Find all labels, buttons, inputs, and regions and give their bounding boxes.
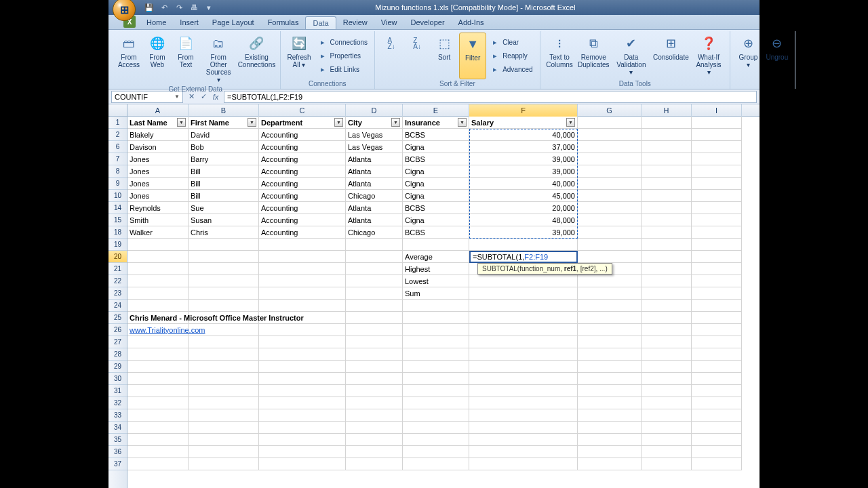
filter-dropdown-icon[interactable]: ▼ — [566, 118, 575, 127]
cell[interactable] — [127, 397, 189, 409]
tab-review[interactable]: Review — [336, 16, 374, 29]
cell[interactable] — [578, 165, 642, 178]
cell[interactable]: Chris — [189, 226, 259, 239]
cell[interactable] — [578, 397, 642, 409]
cell[interactable]: Lowest — [403, 275, 469, 287]
cell[interactable] — [346, 300, 403, 312]
cell[interactable] — [642, 190, 692, 202]
cell[interactable]: BCBS — [403, 153, 469, 165]
cell[interactable] — [642, 251, 692, 263]
cell[interactable] — [469, 324, 578, 336]
cell[interactable] — [642, 287, 692, 300]
row-header-31[interactable]: 31 — [108, 385, 127, 397]
col-header-B[interactable]: B — [189, 104, 259, 117]
from-access-button[interactable]: 🗃FromAccess — [115, 33, 142, 85]
cell[interactable] — [578, 409, 642, 422]
cell[interactable] — [692, 275, 742, 287]
cell[interactable]: Las Vegas — [346, 141, 403, 153]
cell[interactable] — [189, 287, 259, 300]
cell[interactable] — [692, 373, 742, 385]
cell[interactable] — [578, 153, 642, 165]
cell[interactable] — [578, 422, 642, 434]
advanced-button[interactable]: ▸Advanced — [488, 63, 535, 77]
cell[interactable]: Accounting — [259, 226, 346, 239]
cell[interactable] — [578, 117, 642, 129]
cell[interactable] — [642, 373, 692, 385]
cell[interactable] — [692, 263, 742, 275]
cell[interactable] — [127, 300, 189, 312]
cell[interactable] — [578, 446, 642, 458]
cell[interactable] — [127, 251, 189, 263]
cell[interactable]: Insurance▼ — [403, 117, 469, 129]
cell[interactable]: Chicago — [346, 226, 403, 239]
cell[interactable]: Davison — [127, 141, 189, 153]
cell[interactable]: Atlanta — [346, 214, 403, 226]
sort-asc-button[interactable]: AZ↓A↓Z — [379, 33, 403, 79]
cell[interactable] — [642, 214, 692, 226]
cell[interactable] — [692, 239, 742, 251]
cell[interactable] — [642, 202, 692, 214]
cell[interactable] — [578, 190, 642, 202]
cell[interactable] — [346, 336, 403, 348]
cell[interactable] — [578, 239, 642, 251]
row-header-26[interactable]: 26 — [108, 324, 127, 336]
row-header-25[interactable]: 25 — [108, 312, 127, 324]
cell[interactable] — [692, 190, 742, 202]
cell[interactable] — [642, 348, 692, 361]
cell[interactable]: Jones — [127, 153, 189, 165]
tab-developer[interactable]: Developer — [403, 16, 451, 29]
cell[interactable] — [692, 409, 742, 422]
from-web-button[interactable]: 🌐FromWeb — [144, 33, 171, 85]
print-icon[interactable]: 🖶 — [189, 2, 199, 13]
filter-dropdown-icon[interactable]: ▼ — [458, 118, 467, 127]
cell[interactable] — [259, 422, 346, 434]
cell[interactable]: 48,000 — [469, 214, 578, 226]
cell[interactable] — [578, 336, 642, 348]
cell[interactable] — [642, 458, 692, 470]
cell[interactable]: 39,000 — [469, 226, 578, 239]
existing-connections-button[interactable]: 🔗ExistingConnections — [237, 33, 275, 85]
cell[interactable] — [403, 361, 469, 373]
from-text-button[interactable]: 📄FromText — [172, 33, 199, 85]
row-header-15[interactable]: 15 — [108, 214, 127, 226]
cell[interactable]: Jones — [127, 165, 189, 178]
cell[interactable]: Walker — [127, 226, 189, 239]
cell[interactable] — [692, 446, 742, 458]
cell[interactable]: BCBS — [403, 129, 469, 141]
filter-dropdown-icon[interactable]: ▼ — [177, 118, 186, 127]
cell[interactable] — [692, 385, 742, 397]
cell[interactable]: BCBS — [403, 202, 469, 214]
cell[interactable] — [189, 300, 259, 312]
row-header-36[interactable]: 36 — [108, 446, 127, 458]
refresh-all-button[interactable]: 🔄RefreshAll ▾ — [285, 33, 314, 79]
cell[interactable] — [578, 458, 642, 470]
cell[interactable] — [403, 409, 469, 422]
cell[interactable] — [642, 263, 692, 275]
cell[interactable] — [578, 226, 642, 239]
formula-input[interactable]: =SUBTOTAL(1,F2:F19 — [224, 91, 757, 103]
consolidate-button[interactable]: ⊞Consolidate — [652, 33, 690, 79]
cell[interactable] — [692, 226, 742, 239]
cell[interactable] — [346, 263, 403, 275]
cell[interactable]: Atlanta — [346, 178, 403, 190]
cell[interactable] — [403, 434, 469, 446]
cell[interactable] — [578, 312, 642, 324]
row-header-30[interactable]: 30 — [108, 373, 127, 385]
cell[interactable]: Salary▼ — [469, 117, 578, 129]
cell[interactable] — [127, 287, 189, 300]
cell[interactable] — [692, 251, 742, 263]
cell[interactable] — [469, 239, 578, 251]
cell[interactable] — [259, 275, 346, 287]
tab-add-ins[interactable]: Add-Ins — [452, 16, 491, 29]
cell[interactable] — [189, 263, 259, 275]
cell[interactable] — [642, 361, 692, 373]
cell[interactable] — [642, 239, 692, 251]
cell[interactable] — [578, 141, 642, 153]
data-validation-button[interactable]: ✔DataValidation ▾ — [612, 33, 650, 79]
whatif-button[interactable]: ❓What-IfAnalysis ▾ — [692, 33, 726, 79]
cell[interactable] — [578, 129, 642, 141]
cell[interactable] — [189, 348, 259, 361]
cell[interactable] — [259, 348, 346, 361]
cell[interactable] — [469, 312, 578, 324]
filter-dropdown-icon[interactable]: ▼ — [334, 118, 343, 127]
